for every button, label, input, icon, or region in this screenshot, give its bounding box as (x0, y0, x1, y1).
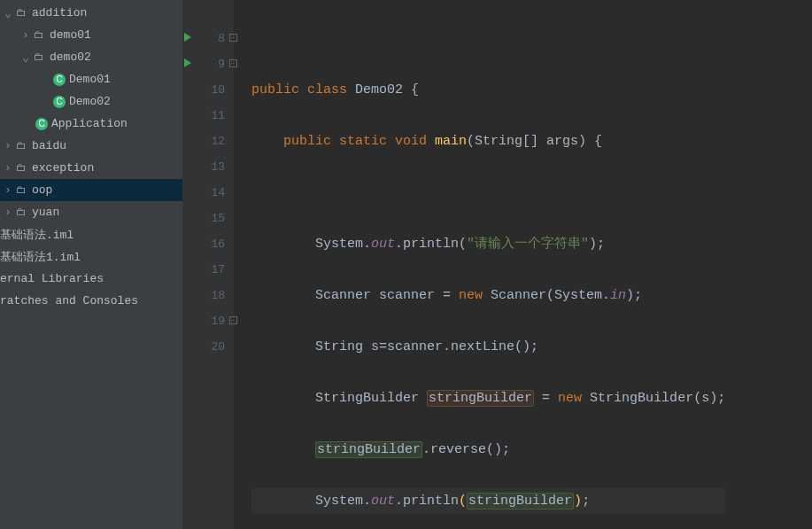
folder-icon: 🗀 (32, 28, 46, 43)
tree-label: oop (32, 183, 52, 197)
tree-label: 基础语法.iml (0, 227, 73, 243)
class-icon: C (53, 74, 66, 86)
tree-label: ernal Libraries (0, 272, 104, 285)
tree-label: Application (51, 117, 128, 130)
tree-label: 基础语法1.iml (0, 249, 81, 265)
folder-icon: 🗀 (14, 161, 28, 175)
chevron-right-icon: › (19, 28, 32, 42)
tree-label: ratches and Consoles (0, 294, 138, 307)
folder-icon: 🗀 (14, 139, 28, 153)
code-editor[interactable]: −8 −9 10 11 12 13 14 15 16 17 18 −19 20 … (182, 0, 812, 529)
tree-label: Demo01 (69, 73, 111, 86)
tree-label: addition (32, 6, 87, 19)
chevron-right-icon: › (2, 206, 14, 219)
tree-class-application[interactable]: C Application (0, 113, 182, 135)
tree-folder-demo01[interactable]: › 🗀 demo01 (0, 24, 182, 46)
tree-label: yuan (32, 206, 59, 219)
tree-file-iml2[interactable]: 基础语法1.iml (0, 245, 182, 268)
fold-icon[interactable]: − (229, 59, 237, 67)
chevron-right-icon: › (2, 161, 14, 175)
run-icon[interactable] (184, 33, 191, 42)
line-gutter: −8 −9 10 11 12 13 14 15 16 17 18 −19 20 (182, 0, 234, 529)
chevron-down-icon: ⌄ (2, 6, 14, 20)
tree-folder-baidu[interactable]: › 🗀 baidu (0, 135, 182, 157)
fold-icon[interactable]: − (229, 316, 237, 324)
chevron-right-icon: › (2, 183, 14, 197)
class-icon: C (53, 96, 66, 108)
tree-label: demo02 (50, 51, 91, 64)
tree-class-demo02[interactable]: C Demo02 (0, 90, 182, 113)
folder-icon: 🗀 (14, 183, 28, 198)
tree-folder-exception[interactable]: › 🗀 exception (0, 157, 182, 179)
tree-scratches[interactable]: ratches and Consoles (0, 290, 182, 312)
tree-folder-oop[interactable]: › 🗀 oop (0, 179, 182, 201)
tree-class-demo01[interactable]: C Demo01 (0, 68, 182, 90)
tree-external-libraries[interactable]: ernal Libraries (0, 268, 182, 290)
project-tree[interactable]: ⌄ 🗀 addition › 🗀 demo01 ⌄ 🗀 demo02 C Dem… (0, 0, 182, 529)
tree-label: exception (32, 161, 94, 175)
chevron-right-icon: › (2, 139, 14, 152)
code-content[interactable]: public class Demo02 { public static void… (234, 0, 725, 529)
tree-file-iml1[interactable]: 基础语法.iml (0, 223, 182, 245)
fold-icon[interactable]: − (229, 34, 237, 42)
chevron-down-icon: ⌄ (19, 51, 32, 65)
folder-icon: 🗀 (32, 51, 46, 65)
folder-icon: 🗀 (14, 206, 28, 220)
run-icon[interactable] (184, 58, 191, 67)
tree-folder-yuan[interactable]: › 🗀 yuan (0, 201, 182, 223)
tree-label: baidu (32, 139, 66, 152)
tree-label: demo01 (50, 28, 91, 42)
tree-folder-addition[interactable]: ⌄ 🗀 addition (0, 2, 182, 24)
class-icon: C (35, 118, 48, 130)
tree-folder-demo02[interactable]: ⌄ 🗀 demo02 (0, 46, 182, 68)
folder-icon: 🗀 (14, 6, 28, 20)
tree-label: Demo02 (69, 95, 111, 108)
